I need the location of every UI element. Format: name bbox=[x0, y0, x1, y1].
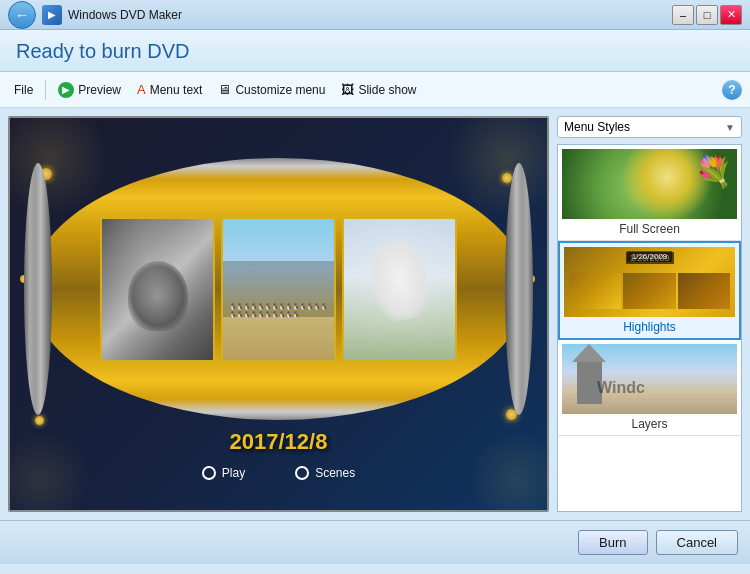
highlights-preview: 1/26/2009 bbox=[564, 247, 735, 317]
toolbar: File ▶ Preview A Menu text 🖥 Customize m… bbox=[0, 72, 750, 108]
layers-preview: Windc bbox=[562, 344, 737, 414]
window-controls: – □ ✕ bbox=[672, 5, 742, 25]
main-content: 🐧🐧🐧🐧🐧🐧🐧🐧🐧🐧🐧🐧🐧🐧🐧🐧🐧🐧🐧🐧🐧🐧🐧🐧 2017/12/8 Play bbox=[0, 108, 750, 520]
header-area: Ready to burn DVD bbox=[0, 30, 750, 72]
customize-label: Customize menu bbox=[235, 83, 325, 97]
preview-button[interactable]: ▶ Preview bbox=[52, 80, 127, 100]
style-thumb-highlights: 1/26/2009 bbox=[564, 247, 735, 317]
style-item-highlights[interactable]: 1/26/2009 Highlights bbox=[558, 241, 741, 340]
help-button[interactable]: ? bbox=[722, 80, 742, 100]
photo-2: 🐧🐧🐧🐧🐧🐧🐧🐧🐧🐧🐧🐧🐧🐧🐧🐧🐧🐧🐧🐧🐧🐧🐧🐧 bbox=[221, 217, 336, 362]
dvd-controls: Play Scenes bbox=[10, 466, 547, 480]
file-menu[interactable]: File bbox=[8, 81, 39, 99]
right-panel: Menu Styles ▼ 💐 Full Screen bbox=[557, 116, 742, 512]
highlight-strip-3 bbox=[678, 273, 730, 309]
preview-icon: ▶ bbox=[58, 82, 74, 98]
scenes-button[interactable]: Scenes bbox=[295, 466, 355, 480]
title-bar-left: ← ▶ Windows DVD Maker bbox=[8, 1, 182, 29]
dvd-preview: 🐧🐧🐧🐧🐧🐧🐧🐧🐧🐧🐧🐧🐧🐧🐧🐧🐧🐧🐧🐧🐧🐧🐧🐧 2017/12/8 Play bbox=[8, 116, 549, 512]
style-label-highlights: Highlights bbox=[564, 320, 735, 334]
page-title: Ready to burn DVD bbox=[16, 40, 734, 63]
highlights-strips bbox=[569, 273, 730, 309]
drum-edge-right bbox=[505, 163, 533, 415]
close-button[interactable]: ✕ bbox=[720, 5, 742, 25]
style-thumb-fullscreen: 💐 bbox=[562, 149, 737, 219]
toolbar-separator-1 bbox=[45, 80, 46, 100]
customize-menu-button[interactable]: 🖥 Customize menu bbox=[212, 80, 331, 99]
play-label: Play bbox=[222, 466, 245, 480]
play-button[interactable]: Play bbox=[202, 466, 245, 480]
fullscreen-preview: 💐 bbox=[562, 149, 737, 219]
dvd-date: 2017/12/8 bbox=[10, 429, 547, 455]
app-icon: ▶ bbox=[42, 5, 62, 25]
title-bar: ← ▶ Windows DVD Maker – □ ✕ bbox=[0, 0, 750, 30]
slide-show-button[interactable]: 🖼 Slide show bbox=[335, 80, 422, 99]
preview-label: Preview bbox=[78, 83, 121, 97]
menu-text-label: Menu text bbox=[150, 83, 203, 97]
bottom-bar: Burn Cancel bbox=[0, 520, 750, 564]
drum-container: 🐧🐧🐧🐧🐧🐧🐧🐧🐧🐧🐧🐧🐧🐧🐧🐧🐧🐧🐧🐧🐧🐧🐧🐧 bbox=[10, 138, 547, 430]
style-thumb-layers: Windc bbox=[562, 344, 737, 414]
maximize-button[interactable]: □ bbox=[696, 5, 718, 25]
style-label-fullscreen: Full Screen bbox=[562, 222, 737, 236]
chevron-down-icon: ▼ bbox=[725, 122, 735, 133]
drum-edge-left bbox=[24, 163, 52, 415]
slideshow-label: Slide show bbox=[358, 83, 416, 97]
highlights-date: 1/26/2009 bbox=[627, 251, 673, 262]
scenes-circle-icon bbox=[295, 466, 309, 480]
style-item-layers[interactable]: Windc Layers bbox=[558, 340, 741, 436]
style-item-fullscreen[interactable]: 💐 Full Screen bbox=[558, 145, 741, 241]
customize-icon: 🖥 bbox=[218, 82, 231, 97]
file-label: File bbox=[14, 83, 33, 97]
menu-styles-dropdown[interactable]: Menu Styles ▼ bbox=[557, 116, 742, 138]
play-circle-icon bbox=[202, 466, 216, 480]
slideshow-icon: 🖼 bbox=[341, 82, 354, 97]
back-button[interactable]: ← bbox=[8, 1, 36, 29]
layers-text: Windc bbox=[597, 379, 645, 397]
app-title: Windows DVD Maker bbox=[68, 8, 182, 22]
cancel-button[interactable]: Cancel bbox=[656, 530, 738, 555]
drum-photos: 🐧🐧🐧🐧🐧🐧🐧🐧🐧🐧🐧🐧🐧🐧🐧🐧🐧🐧🐧🐧🐧🐧🐧🐧 bbox=[70, 168, 487, 410]
menu-styles-label: Menu Styles bbox=[564, 120, 630, 134]
photo-1 bbox=[100, 217, 215, 362]
highlight-strip-1 bbox=[569, 273, 621, 309]
style-label-layers: Layers bbox=[562, 417, 737, 431]
photo-3 bbox=[342, 217, 457, 362]
highlight-strip-2 bbox=[623, 273, 675, 309]
scenes-label: Scenes bbox=[315, 466, 355, 480]
styles-list: 💐 Full Screen 1/26/2009 bbox=[557, 144, 742, 512]
menu-text-icon: A bbox=[137, 82, 146, 97]
minimize-button[interactable]: – bbox=[672, 5, 694, 25]
menu-text-button[interactable]: A Menu text bbox=[131, 80, 208, 99]
burn-button[interactable]: Burn bbox=[578, 530, 647, 555]
